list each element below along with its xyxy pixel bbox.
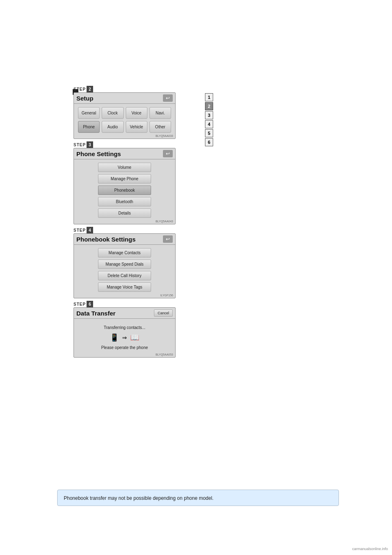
- side-badge-2: 2: [205, 102, 213, 110]
- vehicle-button[interactable]: Vehicle: [126, 121, 147, 133]
- manage-voice-tags-button[interactable]: Manage Voice Tags: [98, 282, 151, 292]
- page: 1 2 3 4 5 6 STEP 2 Setup ↩ General Clock: [0, 0, 392, 555]
- side-badge-4: 4: [205, 120, 213, 128]
- step3-header: Phone Settings ↩: [74, 148, 175, 159]
- step2-imgcode: BLYQ5AA033: [156, 134, 173, 137]
- manage-speed-dials-button[interactable]: Manage Speed Dials: [98, 260, 151, 269]
- step4-num: 4: [87, 227, 93, 233]
- step6-text: STEP: [74, 302, 86, 307]
- step4-frame: Phonebook Settings ↩ Manage Contacts Man…: [74, 233, 176, 298]
- step4-label: STEP 4: [74, 227, 176, 233]
- step3-wrapper: STEP 3 Phone Settings ↩ Volume Manage Ph…: [74, 141, 176, 224]
- clock-button[interactable]: Clock: [102, 107, 123, 119]
- info-box-text: Phonebook transfer may not be possible d…: [64, 495, 214, 501]
- arrow-icon: ⇒: [122, 334, 127, 341]
- step6-body: Transferring contacts... 📱 ⇒ 📖 Please op…: [74, 319, 175, 357]
- steps-container: STEP 2 Setup ↩ General Clock Voice Navi.…: [74, 86, 176, 360]
- transfer-icons: 📱 ⇒ 📖: [78, 333, 171, 342]
- step6-label: STEP 6: [74, 301, 176, 307]
- delete-call-history-button[interactable]: Delete Call History: [98, 271, 151, 280]
- phone-icon: 📱: [110, 333, 119, 342]
- step4-wrapper: STEP 4 Phonebook Settings ↩ Manage Conta…: [74, 227, 176, 298]
- phone-button[interactable]: Phone: [78, 121, 100, 133]
- step6-wrapper: STEP 6 Data Transfer Cancel Transferring…: [74, 301, 176, 358]
- bluetooth-button[interactable]: Bluetooth: [98, 197, 151, 206]
- footer-logo: carmanualsonline.info: [352, 547, 388, 551]
- step6-imgcode: BLYQ5AA053: [156, 353, 173, 356]
- manage-phone-button[interactable]: Manage Phone: [98, 174, 151, 184]
- step3-title: Phone Settings: [76, 150, 121, 157]
- step6-header: Data Transfer Cancel: [74, 308, 175, 319]
- navi-button[interactable]: Navi.: [149, 107, 171, 119]
- cancel-button[interactable]: Cancel: [154, 309, 173, 317]
- audio-button[interactable]: Audio: [102, 121, 123, 133]
- side-badge-5: 5: [205, 129, 213, 137]
- book-icon: 📖: [130, 333, 139, 342]
- general-button[interactable]: General: [78, 107, 100, 119]
- phonebook-button[interactable]: Phonebook: [98, 186, 151, 195]
- step4-imgcode: ILYGF156: [160, 294, 173, 297]
- volume-button[interactable]: Volume: [98, 163, 151, 172]
- step6-title: Data Transfer: [76, 310, 116, 317]
- step3-label: STEP 3: [74, 141, 176, 148]
- step3-frame: Phone Settings ↩ Volume Manage Phone Pho…: [74, 148, 176, 224]
- side-badge-3: 3: [205, 111, 213, 119]
- step6-frame: Data Transfer Cancel Transferring contac…: [74, 307, 176, 358]
- side-badges: 1 2 3 4 5 6: [205, 93, 213, 146]
- details-button[interactable]: Details: [98, 208, 151, 218]
- step4-header: Phonebook Settings ↩: [74, 234, 175, 245]
- side-badge-6: 6: [205, 138, 213, 146]
- step4-body: Manage Contacts Manage Speed Dials Delet…: [74, 245, 175, 298]
- step2-text: STEP: [74, 87, 86, 92]
- step2-num: 2: [87, 86, 93, 92]
- voice-button[interactable]: Voice: [126, 107, 147, 119]
- step2-label: STEP 2: [74, 86, 176, 92]
- step2-frame: Setup ↩ General Clock Voice Navi. Phone …: [74, 92, 176, 139]
- other-button[interactable]: Other: [149, 121, 171, 133]
- step2-wrapper: STEP 2 Setup ↩ General Clock Voice Navi.…: [74, 86, 176, 139]
- step2-body: General Clock Voice Navi. Phone Audio Ve…: [74, 104, 175, 139]
- transfer-content: Transferring contacts... 📱 ⇒ 📖 Please op…: [78, 322, 171, 353]
- step3-text: STEP: [74, 143, 86, 147]
- step2-header: Setup ↩: [74, 93, 175, 104]
- manage-contacts-button[interactable]: Manage Contacts: [98, 248, 151, 257]
- info-box: Phonebook transfer may not be possible d…: [57, 490, 339, 506]
- step2-back-button[interactable]: ↩: [163, 94, 173, 102]
- transferring-text: Transferring contacts...: [78, 325, 171, 330]
- step4-text: STEP: [74, 228, 86, 233]
- step3-imgcode: BLYQ5AA043: [156, 220, 173, 223]
- step2-title: Setup: [76, 95, 94, 102]
- step3-body: Volume Manage Phone Phonebook Bluetooth …: [74, 159, 175, 224]
- step4-back-button[interactable]: ↩: [163, 235, 173, 243]
- step3-back-button[interactable]: ↩: [163, 150, 173, 157]
- step2-grid: General Clock Voice Navi. Phone Audio Ve…: [78, 107, 171, 133]
- step3-num: 3: [87, 141, 93, 148]
- step6-num: 6: [87, 301, 93, 307]
- step4-title: Phonebook Settings: [76, 236, 136, 243]
- operate-text: Please operate the phone: [78, 345, 171, 350]
- side-badge-1: 1: [205, 93, 213, 101]
